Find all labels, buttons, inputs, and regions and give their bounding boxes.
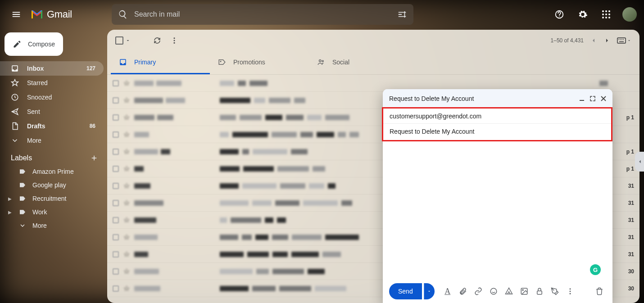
svg-rect-15 xyxy=(617,38,626,43)
category-tabs: Primary Promotions Social xyxy=(107,51,639,75)
compose-subject-field[interactable]: Request to Delete My Account xyxy=(383,124,611,139)
sidebar-item-label: Inbox xyxy=(27,65,44,72)
svg-point-29 xyxy=(569,288,571,289)
attach-button[interactable] xyxy=(456,285,470,298)
svg-rect-16 xyxy=(618,39,619,40)
apps-button[interactable] xyxy=(597,5,615,23)
main-menu-button[interactable] xyxy=(7,5,25,23)
main-panel: 1–50 of 4,431 Primary Promotions xyxy=(107,30,639,303)
pen-icon xyxy=(551,287,559,295)
label-icon xyxy=(19,168,26,175)
chevron-down-icon xyxy=(19,222,26,229)
apps-icon xyxy=(602,10,611,19)
svg-point-4 xyxy=(608,10,610,12)
refresh-icon[interactable] xyxy=(153,36,161,45)
format-button[interactable]: A xyxy=(441,285,454,298)
app-name: Gmail xyxy=(47,9,72,20)
more-icon[interactable] xyxy=(170,36,178,45)
tab-social[interactable]: Social xyxy=(309,51,408,74)
sidebar-item-label: More xyxy=(27,137,41,144)
send-more-button[interactable] xyxy=(424,283,435,299)
send-button[interactable]: Send xyxy=(389,283,422,299)
select-all-checkbox[interactable] xyxy=(115,36,123,45)
compose-to-field[interactable]: customersupport@greendot.com xyxy=(383,109,611,124)
side-panel-toggle[interactable] xyxy=(635,152,644,172)
search-options-icon[interactable] xyxy=(397,9,407,19)
tab-promotions[interactable]: Promotions xyxy=(210,51,309,74)
label-text: More xyxy=(32,222,47,229)
sidebar-item-label: Snoozed xyxy=(27,94,52,101)
compose-button[interactable]: Compose xyxy=(5,32,63,56)
compose-window-header[interactable]: Request to Delete My Account xyxy=(383,89,612,108)
svg-point-7 xyxy=(608,14,610,15)
svg-rect-17 xyxy=(620,39,621,40)
gmail-logo[interactable]: Gmail xyxy=(31,9,72,20)
sidebar-item-starred[interactable]: Starred xyxy=(0,76,104,90)
prev-page-icon[interactable] xyxy=(590,37,597,44)
social-tab-icon xyxy=(317,58,325,66)
send-label: Send xyxy=(398,288,413,295)
pager-text: 1–50 of 4,431 xyxy=(551,37,584,44)
label-google-play[interactable]: Google play xyxy=(0,178,107,192)
chevron-down-icon xyxy=(427,289,431,294)
svg-point-27 xyxy=(522,289,523,290)
next-page-icon[interactable] xyxy=(603,37,611,44)
signature-button[interactable] xyxy=(548,285,562,298)
grammarly-badge[interactable]: G xyxy=(590,264,601,275)
compose-label: Compose xyxy=(28,41,55,48)
label-text: Work xyxy=(32,208,47,216)
inbox-count: 127 xyxy=(86,65,95,72)
label-icon xyxy=(19,181,26,189)
account-avatar[interactable] xyxy=(622,7,637,22)
confidential-button[interactable] xyxy=(533,285,546,298)
trash-icon xyxy=(595,287,603,295)
sidebar: Compose Inbox 127 Starred Snoozed Sent xyxy=(0,29,107,303)
label-text: Amazon Prime xyxy=(32,168,74,175)
drive-button[interactable] xyxy=(502,285,516,298)
svg-point-9 xyxy=(605,17,607,18)
label-icon xyxy=(19,208,26,216)
add-label-icon[interactable] xyxy=(90,154,98,162)
tab-primary[interactable]: Primary xyxy=(111,51,210,74)
sidebar-item-drafts[interactable]: Drafts 86 xyxy=(0,119,104,133)
sent-icon xyxy=(11,108,19,116)
close-icon[interactable] xyxy=(601,96,606,101)
clock-icon xyxy=(11,93,19,101)
sidebar-item-snoozed[interactable]: Snoozed xyxy=(0,90,104,104)
gear-icon xyxy=(578,9,588,19)
svg-point-3 xyxy=(605,10,607,12)
fullscreen-icon[interactable] xyxy=(590,96,595,101)
label-text: Google play xyxy=(32,181,66,189)
label-more[interactable]: More xyxy=(0,219,107,232)
svg-point-5 xyxy=(602,14,604,15)
tab-label: Social xyxy=(332,59,349,66)
label-work[interactable]: ▶ Work xyxy=(0,205,107,219)
image-button[interactable] xyxy=(517,285,531,298)
minimize-icon[interactable] xyxy=(579,96,585,101)
search-icon xyxy=(118,9,128,19)
paperclip-icon xyxy=(459,287,467,295)
help-icon xyxy=(554,9,564,19)
discard-button[interactable] xyxy=(593,285,606,298)
help-button[interactable] xyxy=(550,5,568,23)
link-button[interactable] xyxy=(472,285,485,298)
svg-point-8 xyxy=(602,17,604,18)
search-input[interactable] xyxy=(134,10,391,18)
search-bar[interactable] xyxy=(112,4,413,25)
svg-point-23 xyxy=(322,60,323,62)
sidebar-item-more[interactable]: More xyxy=(0,133,104,148)
svg-point-12 xyxy=(174,37,175,39)
label-amazon-prime[interactable]: Amazon Prime xyxy=(0,165,107,178)
compose-body[interactable] xyxy=(383,141,612,280)
input-tools-icon[interactable] xyxy=(617,37,626,44)
chevron-down-icon[interactable] xyxy=(627,38,631,43)
sidebar-item-inbox[interactable]: Inbox 127 xyxy=(0,61,104,76)
label-recruitment[interactable]: ▶ Recruitment xyxy=(0,192,107,205)
select-dropdown-icon[interactable] xyxy=(125,38,131,43)
more-options-button[interactable] xyxy=(563,285,577,298)
settings-button[interactable] xyxy=(574,5,592,23)
emoji-button[interactable] xyxy=(487,285,500,298)
link-icon xyxy=(474,287,482,295)
sidebar-item-sent[interactable]: Sent xyxy=(0,104,104,119)
promotions-tab-icon xyxy=(218,58,226,66)
